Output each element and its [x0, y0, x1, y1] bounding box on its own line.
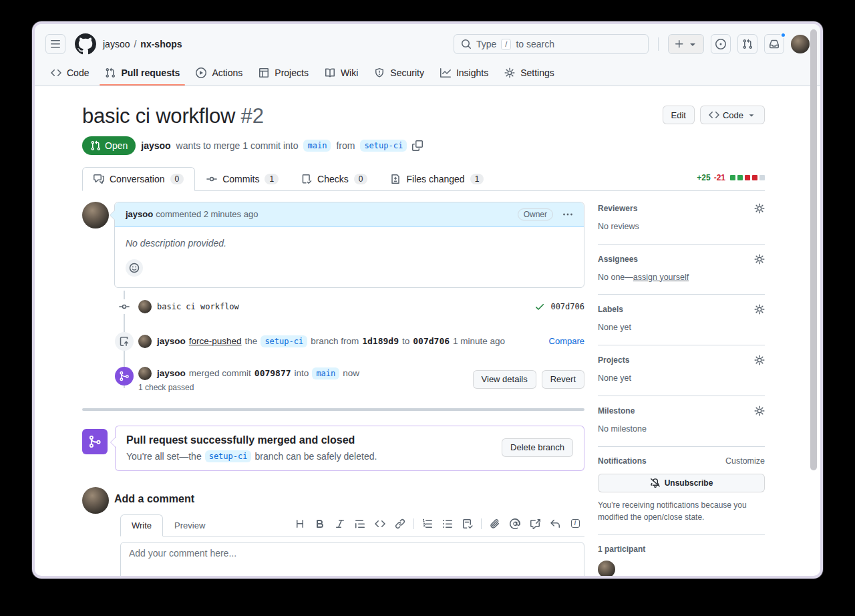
gear-icon[interactable] — [754, 203, 765, 214]
github-logo-icon[interactable] — [75, 33, 96, 55]
sidebar-projects: Projects None yet — [598, 345, 765, 396]
nav-tab-insights[interactable]: Insights — [435, 60, 494, 86]
smiley-icon — [129, 263, 140, 273]
merged-banner: Pull request successfully merged and clo… — [82, 426, 584, 471]
search-input[interactable]: Type / to search — [454, 34, 649, 54]
search-placeholder-prefix: Type — [476, 39, 496, 49]
unsubscribe-button[interactable]: Unsubscribe — [598, 474, 765, 492]
cross-reference-icon[interactable] — [526, 514, 544, 533]
nav-tab-projects[interactable]: Projects — [253, 60, 314, 86]
compare-link[interactable]: Compare — [549, 336, 584, 346]
tasklist-icon[interactable] — [458, 514, 477, 533]
table-icon — [259, 67, 269, 78]
comment-menu-button[interactable] — [562, 209, 573, 220]
projects-header[interactable]: Projects — [598, 355, 765, 365]
nav-tab-code[interactable]: Code — [45, 60, 94, 86]
breadcrumb-repo[interactable]: nx-shops — [140, 39, 182, 49]
nav-tab-security[interactable]: Security — [369, 60, 430, 86]
notifications-inbox-button[interactable] — [764, 34, 784, 54]
add-comment-section: Add a comment Write Preview — [82, 487, 584, 579]
merged-sha[interactable]: 0079877 — [254, 368, 291, 378]
tab-conversation[interactable]: Conversation0 — [82, 167, 195, 191]
nav-tab-wiki[interactable]: Wiki — [319, 60, 363, 86]
comment-timestamp[interactable]: commented 2 minutes ago — [156, 209, 258, 219]
tab-commits[interactable]: Commits1 — [195, 167, 290, 191]
paperclip-icon[interactable] — [486, 514, 504, 533]
deletable-branch-label[interactable]: setup-ci — [205, 450, 252, 462]
gear-icon[interactable] — [754, 254, 765, 265]
force-push-branch-label[interactable]: setup-ci — [261, 335, 307, 347]
commit-author-avatar[interactable] — [138, 300, 152, 313]
comment-author[interactable]: jaysoo — [126, 209, 153, 219]
git-commit-icon — [206, 174, 217, 184]
commit-message-link[interactable]: basic ci workflow — [157, 302, 239, 311]
checks-count: 0 — [354, 174, 368, 184]
merge-avatar[interactable] — [138, 367, 152, 380]
revert-button[interactable]: Revert — [542, 370, 584, 389]
old-sha[interactable]: 1d189d9 — [362, 336, 399, 346]
head-branch-label[interactable]: setup-ci — [360, 140, 407, 152]
force-push-avatar[interactable] — [138, 335, 152, 348]
view-details-button[interactable]: View details — [473, 370, 536, 389]
labels-header[interactable]: Labels — [598, 304, 765, 315]
slash-command-icon[interactable]: / — [566, 514, 584, 533]
tab-files-changed[interactable]: Files changed1 — [379, 167, 495, 191]
force-push-link[interactable]: force-pushed — [189, 336, 242, 346]
commit-sha-link[interactable]: 007d706 — [550, 302, 584, 311]
edit-button[interactable]: Edit — [663, 106, 695, 124]
code-dropdown-button[interactable]: Code — [700, 106, 765, 124]
add-reaction-button[interactable] — [126, 259, 143, 277]
gear-icon[interactable] — [754, 406, 765, 416]
tab-checks[interactable]: Checks0 — [290, 167, 379, 191]
write-tab[interactable]: Write — [120, 514, 163, 536]
delete-branch-button[interactable]: Delete branch — [502, 438, 573, 457]
nav-tab-settings[interactable]: Settings — [499, 60, 560, 86]
check-icon[interactable] — [534, 301, 545, 312]
nav-tab-pull-requests[interactable]: Pull requests — [100, 60, 185, 86]
preview-tab[interactable]: Preview — [163, 514, 216, 536]
merge-branch-label[interactable]: main — [312, 367, 339, 379]
code-icon — [51, 67, 61, 78]
chevron-down-icon — [747, 110, 756, 120]
bold-icon[interactable] — [311, 514, 329, 533]
heading-icon[interactable] — [291, 514, 309, 533]
list-ordered-icon[interactable] — [418, 514, 437, 533]
create-new-button[interactable] — [668, 34, 704, 54]
user-avatar[interactable] — [791, 35, 810, 53]
pr-author[interactable]: jaysoo — [141, 140, 170, 151]
italic-icon[interactable] — [331, 514, 349, 533]
gear-icon[interactable] — [754, 355, 765, 365]
conversation-count: 0 — [170, 174, 184, 184]
participant-avatar[interactable] — [598, 561, 615, 578]
comment-input[interactable] — [120, 542, 584, 579]
check-status-text[interactable]: 1 check passed — [138, 383, 359, 392]
code-icon — [709, 110, 719, 120]
gear-icon[interactable] — [754, 304, 765, 315]
quote-icon[interactable] — [351, 514, 369, 533]
reviewers-header[interactable]: Reviewers — [598, 203, 765, 214]
nav-tab-actions[interactable]: Actions — [190, 60, 248, 86]
repo-nav: Code Pull requests Actions Projects Wiki… — [45, 60, 810, 86]
assign-yourself-link[interactable]: assign yourself — [633, 273, 689, 282]
customize-link[interactable]: Customize — [725, 456, 765, 466]
hamburger-menu-button[interactable] — [45, 34, 65, 54]
breadcrumb-owner[interactable]: jaysoo — [103, 39, 130, 49]
merge-author[interactable]: jaysoo — [157, 368, 186, 378]
base-branch-label[interactable]: main — [303, 140, 331, 152]
scrollbar[interactable] — [810, 29, 817, 470]
pull-requests-button[interactable] — [737, 34, 757, 54]
comment-author-avatar[interactable] — [82, 202, 109, 228]
diffstat-deletions: -21 — [714, 173, 725, 182]
new-sha[interactable]: 007d706 — [413, 336, 450, 346]
milestone-header[interactable]: Milestone — [598, 406, 765, 416]
force-push-author[interactable]: jaysoo — [157, 336, 186, 346]
copy-branch-button[interactable] — [412, 140, 423, 151]
pr-description-comment: jaysoo commented 2 minutes ago Owner No … — [82, 202, 584, 288]
mention-icon[interactable] — [506, 514, 524, 533]
list-unordered-icon[interactable] — [438, 514, 457, 533]
code-icon[interactable] — [371, 514, 389, 533]
reply-icon[interactable] — [546, 514, 564, 533]
issues-button[interactable] — [711, 34, 731, 54]
link-icon[interactable] — [391, 514, 409, 533]
assignees-header[interactable]: Assignees — [598, 254, 765, 265]
